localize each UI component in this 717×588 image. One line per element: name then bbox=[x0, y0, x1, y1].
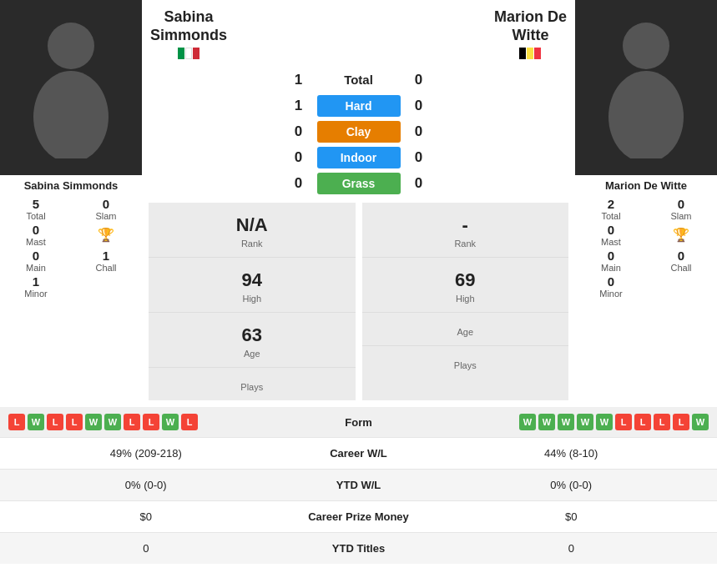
hard-label: Hard bbox=[317, 95, 401, 117]
ytd-wl-row: 0% (0-0) YTD W/L 0% (0-0) bbox=[0, 469, 717, 500]
right-career-wl: 44% (8-10) bbox=[434, 447, 709, 460]
right-player-silhouette bbox=[596, 17, 696, 158]
svg-point-0 bbox=[48, 23, 94, 69]
right-form-badge-9: W bbox=[692, 414, 709, 430]
total-label: Total bbox=[317, 68, 401, 91]
left-ytd-titles: 0 bbox=[8, 542, 284, 555]
right-stat-panel: - Rank 69 High Age Plays bbox=[362, 203, 569, 400]
total-row: 1 Total 0 bbox=[150, 68, 567, 91]
right-high-value: 69 bbox=[362, 269, 569, 291]
match-scores: 1 Total 0 1 Hard 0 0 Clay 0 0 Indoor bbox=[142, 62, 575, 201]
grass-left-score: 0 bbox=[290, 175, 307, 192]
indoor-left-score: 0 bbox=[290, 149, 307, 166]
left-form-badge-1: W bbox=[28, 414, 44, 430]
right-name-line2: Witte bbox=[513, 27, 549, 43]
right-player-name: Marion De Witte bbox=[605, 179, 687, 193]
left-rank-cell: N/A Rank bbox=[149, 203, 356, 258]
ytd-wl-label: YTD W/L bbox=[284, 479, 434, 491]
left-minor-number: 1 bbox=[4, 274, 68, 289]
indoor-right-score: 0 bbox=[411, 149, 427, 166]
right-player-stats: 2 Total 0 Slam 0 Mast 🏆 0 Main bbox=[575, 197, 717, 299]
right-player-section: Marion De Witte 2 Total 0 Slam 0 Mast 🏆 bbox=[575, 0, 717, 400]
left-minor-label: Minor bbox=[4, 289, 68, 299]
left-total-number: 5 bbox=[4, 197, 68, 211]
right-player-header-name: Marion De Witte bbox=[494, 8, 567, 44]
hard-left-score: 1 bbox=[290, 98, 307, 114]
svg-point-3 bbox=[608, 71, 684, 158]
left-plays-label: Plays bbox=[149, 382, 356, 392]
left-form-badge-0: L bbox=[8, 414, 25, 430]
right-age-cell: Age bbox=[362, 313, 569, 346]
right-slam-label: Slam bbox=[649, 211, 713, 221]
left-player-name: Sabina Simmonds bbox=[24, 179, 119, 193]
grass-label: Grass bbox=[317, 173, 401, 194]
left-slam-val: 0 Slam bbox=[74, 197, 138, 221]
ytd-titles-label: YTD Titles bbox=[284, 542, 434, 555]
right-form-badge-5: L bbox=[615, 414, 632, 430]
prize-row: $0 Career Prize Money $0 bbox=[0, 500, 717, 532]
right-main-label: Main bbox=[579, 263, 643, 273]
total-right-score: 0 bbox=[411, 72, 427, 88]
left-total-label: Total bbox=[4, 211, 68, 221]
clay-label: Clay bbox=[317, 121, 401, 143]
right-form-badge-2: W bbox=[558, 414, 574, 430]
left-minor-val: 1 Minor bbox=[4, 274, 68, 299]
left-slam-label: Slam bbox=[74, 211, 138, 221]
right-chall-number: 0 bbox=[649, 249, 713, 263]
right-minor-label: Minor bbox=[579, 289, 643, 299]
left-flag bbox=[178, 48, 199, 59]
right-minor-val: 0 Minor bbox=[579, 274, 643, 299]
career-wl-row: 49% (209-218) Career W/L 44% (8-10) bbox=[0, 437, 717, 469]
left-main-val: 0 Main bbox=[4, 249, 68, 273]
bottom-stats: 49% (209-218) Career W/L 44% (8-10) 0% (… bbox=[0, 437, 717, 564]
left-rank-value: N/A bbox=[149, 214, 356, 236]
right-player-photo bbox=[575, 0, 717, 175]
right-rank-value: - bbox=[362, 214, 569, 236]
right-flag bbox=[519, 48, 541, 59]
center-content: Sabina Simmonds Marion De Witte bbox=[142, 0, 575, 400]
form-section: LWLLWWLLWL Form WWWWWLLLLW bbox=[0, 407, 717, 437]
right-header: Marion De Witte bbox=[494, 8, 567, 62]
left-age-cell: 63 Age bbox=[149, 313, 356, 368]
right-total-val: 2 Total bbox=[579, 197, 643, 221]
right-form-badge-8: L bbox=[673, 414, 689, 430]
left-form-badge-2: L bbox=[47, 414, 63, 430]
left-age-value: 63 bbox=[149, 324, 356, 346]
main-container: Sabina Simmonds 5 Total 0 Slam 0 Mast 🏆 bbox=[0, 0, 717, 564]
right-name-line1: Marion De bbox=[494, 8, 567, 25]
svg-point-1 bbox=[33, 71, 109, 158]
left-high-cell: 94 High bbox=[149, 258, 356, 313]
clay-row: 0 Clay 0 bbox=[150, 121, 567, 143]
total-left-score: 1 bbox=[290, 72, 307, 88]
left-plays-cell: Plays bbox=[149, 368, 356, 400]
left-header: Sabina Simmonds bbox=[150, 8, 227, 62]
left-prize: $0 bbox=[8, 510, 284, 523]
left-chall-number: 1 bbox=[74, 249, 138, 263]
left-high-value: 94 bbox=[149, 269, 356, 291]
left-player-stats: 5 Total 0 Slam 0 Mast 🏆 0 Main bbox=[0, 197, 142, 299]
right-mast-label: Mast bbox=[579, 237, 643, 247]
indoor-row: 0 Indoor 0 bbox=[150, 147, 567, 168]
left-mast-number: 0 bbox=[4, 223, 68, 237]
right-total-label: Total bbox=[579, 211, 643, 221]
left-player-section: Sabina Simmonds 5 Total 0 Slam 0 Mast 🏆 bbox=[0, 0, 142, 400]
svg-point-2 bbox=[623, 23, 669, 69]
left-trophy-icon: 🏆 bbox=[98, 227, 114, 243]
left-chall-val: 1 Chall bbox=[74, 249, 138, 273]
player-name-headers: Sabina Simmonds Marion De Witte bbox=[142, 0, 575, 62]
left-player-header-name: Sabina Simmonds bbox=[150, 8, 227, 44]
left-form-badge-4: W bbox=[85, 414, 102, 430]
left-form-badge-3: L bbox=[66, 414, 83, 430]
right-form-badge-0: W bbox=[519, 414, 536, 430]
left-stat-panel: N/A Rank 94 High 63 Age Plays bbox=[149, 203, 356, 400]
right-slam-number: 0 bbox=[649, 197, 713, 211]
right-mast-number: 0 bbox=[579, 223, 643, 237]
right-age-label: Age bbox=[362, 327, 569, 337]
right-rank-label: Rank bbox=[362, 239, 569, 249]
grass-right-score: 0 bbox=[411, 175, 427, 192]
prize-label: Career Prize Money bbox=[284, 510, 434, 523]
left-chall-label: Chall bbox=[74, 263, 138, 273]
left-player-silhouette bbox=[21, 17, 121, 158]
form-label: Form bbox=[317, 416, 401, 429]
right-mast-val: 0 Mast bbox=[579, 223, 643, 247]
